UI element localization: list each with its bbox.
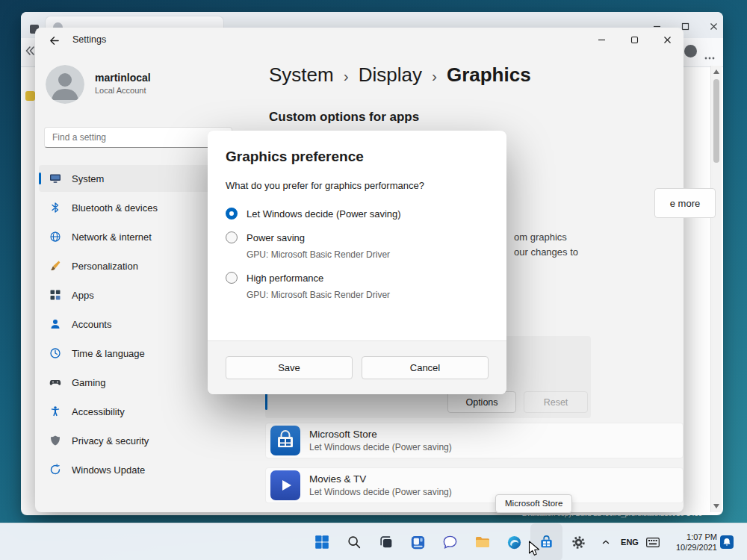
user-name: martinlocal: [95, 65, 151, 84]
breadcrumb-system[interactable]: System: [269, 63, 334, 87]
file-explorer-icon[interactable]: [466, 523, 498, 560]
tray-chevron-up-icon[interactable]: [596, 523, 616, 560]
chevron-right-icon: ›: [432, 67, 437, 85]
sidebar-item-label: Time & language: [72, 348, 145, 359]
edge-icon[interactable]: [498, 523, 530, 560]
desktop: Settings martinlocal Local Account Sy: [0, 0, 747, 560]
breadcrumb: System › Display › Graphics: [269, 63, 531, 87]
settings-gear-icon[interactable]: [562, 523, 595, 560]
user-account-type: Local Account: [95, 86, 151, 95]
background-close-button[interactable]: [699, 16, 728, 36]
scroll-down-icon[interactable]: [713, 504, 719, 508]
radio-high-performance[interactable]: High performance: [226, 266, 489, 290]
radio-label: Power saving: [247, 232, 305, 243]
taskbar-tooltip: Microsoft Store: [495, 494, 572, 513]
shield-icon: [49, 435, 61, 447]
sidebar-item-windows-update[interactable]: Windows Update: [39, 456, 238, 483]
notifications-badge[interactable]: [720, 535, 734, 549]
radio-icon[interactable]: [226, 231, 238, 243]
radio-label: High performance: [247, 273, 323, 284]
avatar: [46, 65, 84, 104]
taskbar: ENG 1:07 PM 10/29/2021: [0, 523, 747, 560]
sidebar-item-label: Accounts: [72, 319, 111, 330]
scrollbar-thumb[interactable]: [713, 79, 719, 163]
chevron-right-icon: ›: [344, 67, 349, 85]
clock-date: 10/29/2021: [666, 542, 717, 553]
background-page-icon: [25, 91, 35, 101]
background-scrollbar[interactable]: [710, 66, 722, 512]
radio-icon[interactable]: [226, 208, 238, 220]
dialog-title: Graphics preference: [226, 149, 489, 165]
language-indicator[interactable]: ENG: [617, 523, 642, 560]
close-button[interactable]: [651, 28, 684, 52]
back-button[interactable]: [43, 31, 65, 49]
gamepad-icon: [49, 376, 61, 388]
update-icon: [49, 464, 61, 476]
sidebar-item-label: System: [72, 173, 104, 184]
radio-icon[interactable]: [226, 272, 238, 284]
radio-let-windows-decide[interactable]: Let Windows decide (Power saving): [226, 202, 489, 225]
window-title: Settings: [72, 34, 106, 45]
radio-power-saving[interactable]: Power saving: [226, 225, 489, 249]
maximize-button[interactable]: [618, 28, 651, 52]
search-icon[interactable]: [338, 523, 370, 560]
task-view-icon[interactable]: [370, 523, 402, 560]
system-icon: [49, 172, 61, 184]
start-button[interactable]: [306, 523, 338, 560]
sidebar-item-label: Bluetooth & devices: [72, 202, 158, 214]
back-chevrons-icon[interactable]: [24, 45, 36, 60]
personalization-icon: [49, 260, 61, 272]
taskbar-clock[interactable]: 1:07 PM 10/29/2021: [666, 532, 717, 553]
accessibility-icon: [49, 405, 61, 417]
cancel-button[interactable]: Cancel: [362, 356, 489, 379]
minimize-button[interactable]: [585, 28, 618, 52]
reset-button: Reset: [524, 391, 588, 413]
app-row-microsoft-store[interactable]: Microsoft Store Let Windows decide (Powe…: [265, 423, 684, 458]
chat-icon[interactable]: [434, 523, 466, 560]
sidebar-item-accessibility[interactable]: Accessibility: [39, 398, 238, 425]
sidebar-item-label: Accessibility: [72, 406, 125, 417]
app-name: Movies & TV: [309, 473, 452, 485]
gpu-info: GPU: Microsoft Basic Render Driver: [247, 249, 489, 266]
bluetooth-icon: [49, 202, 61, 214]
app-name: Microsoft Store: [309, 429, 452, 440]
clock-icon: [49, 347, 61, 359]
browser-profile-avatar[interactable]: [684, 45, 697, 57]
graphics-preference-dialog: Graphics preference What do you prefer f…: [208, 131, 506, 394]
gpu-info: GPU: Microsoft Basic Render Driver: [247, 290, 489, 306]
scroll-up-icon[interactable]: [713, 69, 719, 74]
search-box: [44, 127, 232, 148]
accounts-icon: [49, 318, 61, 330]
dialog-question: What do you prefer for graphics performa…: [226, 180, 489, 191]
sidebar-item-label: Personalization: [72, 261, 138, 272]
movies-tv-app-icon: [270, 470, 300, 500]
options-button[interactable]: Options: [447, 391, 516, 413]
sidebar-item-label: Privacy & security: [72, 435, 149, 447]
widgets-icon[interactable]: [402, 523, 434, 560]
app-row-movies-tv[interactable]: Movies & TV Let Windows decide (Power sa…: [265, 467, 684, 503]
dialog-footer: Save Cancel: [208, 340, 506, 394]
clipped-description: om graphics our changes to: [514, 230, 578, 260]
sidebar-item-label: Network & internet: [72, 231, 152, 243]
settings-titlebar: Settings: [35, 28, 684, 52]
breadcrumb-graphics: Graphics: [447, 63, 531, 87]
sidebar-item-label: Windows Update: [72, 464, 145, 476]
search-input[interactable]: [44, 127, 232, 148]
mouse-cursor: [528, 541, 541, 560]
section-title: Custom options for apps: [269, 110, 419, 125]
apps-icon: [49, 289, 61, 301]
save-button[interactable]: Save: [226, 356, 353, 379]
browser-menu-icon[interactable]: [704, 50, 715, 63]
sidebar-item-privacy-security[interactable]: Privacy & security: [39, 427, 238, 454]
user-profile[interactable]: martinlocal Local Account: [46, 65, 151, 104]
touch-keyboard-icon[interactable]: [642, 523, 663, 560]
clock-time: 1:07 PM: [666, 532, 717, 542]
microsoft-store-app-icon: [270, 426, 300, 455]
network-icon: [49, 231, 61, 243]
breadcrumb-display[interactable]: Display: [359, 63, 422, 87]
sidebar-item-label: Gaming: [72, 377, 106, 388]
app-mode: Let Windows decide (Power saving): [309, 487, 452, 497]
sidebar-item-label: Apps: [72, 290, 94, 301]
app-mode: Let Windows decide (Power saving): [309, 442, 452, 452]
see-more-button[interactable]: e more: [654, 188, 716, 218]
